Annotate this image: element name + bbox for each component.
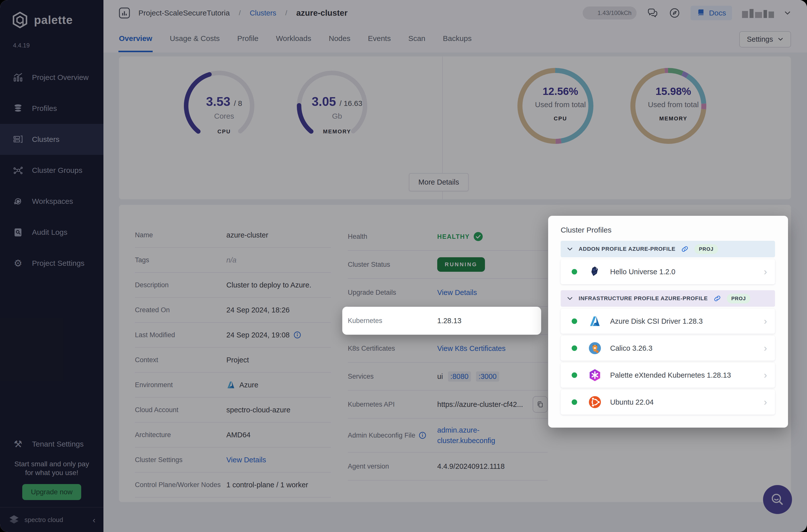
- infrastructure-profile-section-header[interactable]: INFRASTRUCTURE PROFILE AZURE-PROFILE PRO…: [561, 290, 775, 307]
- addon-profile-section-header[interactable]: ADDON PROFILE AZURE-PROFILE PROJ: [561, 241, 775, 257]
- status-dot-icon: [571, 399, 577, 405]
- calico-icon: [588, 341, 602, 355]
- link-icon: [681, 245, 689, 253]
- chevron-right-icon: ›: [764, 343, 767, 354]
- chevron-right-icon: ›: [764, 266, 767, 277]
- pxk-icon: [588, 368, 602, 382]
- status-dot-icon: [571, 373, 577, 378]
- chevron-down-icon: [567, 246, 573, 252]
- link-icon: [713, 294, 721, 302]
- ubuntu-icon: [588, 395, 602, 409]
- app-window: palette 4.4.19 Project Overview: [0, 0, 807, 532]
- profile-layer-hello-universe[interactable]: Hello Universe 1.2.0 ›: [561, 259, 775, 284]
- profile-layer-palette-extended-kubernetes[interactable]: Palette eXtended Kubernetes 1.28.13 ›: [561, 363, 775, 388]
- chevron-right-icon: ›: [764, 316, 767, 327]
- profile-layer-ubuntu[interactable]: Ubuntu 22.04 ›: [561, 390, 775, 415]
- profile-layer-calico[interactable]: Calico 3.26.3 ›: [561, 336, 775, 361]
- profile-layer-azure-disk-csi[interactable]: Azure Disk CSI Driver 1.28.3 ›: [561, 309, 775, 334]
- status-dot-icon: [571, 269, 577, 274]
- kubernetes-version-spotlight: Kubernetes 1.28.13: [342, 307, 541, 335]
- azure-disk-csi-icon: [588, 315, 602, 328]
- proj-scope-badge: PROJ: [694, 244, 718, 254]
- chevron-right-icon: ›: [764, 397, 767, 407]
- chevron-right-icon: ›: [764, 370, 767, 381]
- status-dot-icon: [571, 345, 577, 351]
- cluster-profiles-panel: Cluster Profiles ADDON PROFILE AZURE-PRO…: [548, 216, 788, 428]
- proj-scope-badge: PROJ: [727, 294, 750, 303]
- status-dot-icon: [571, 319, 577, 324]
- cluster-profiles-title: Cluster Profiles: [561, 226, 775, 234]
- hello-universe-icon: [588, 265, 602, 279]
- chevron-down-icon: [567, 295, 573, 302]
